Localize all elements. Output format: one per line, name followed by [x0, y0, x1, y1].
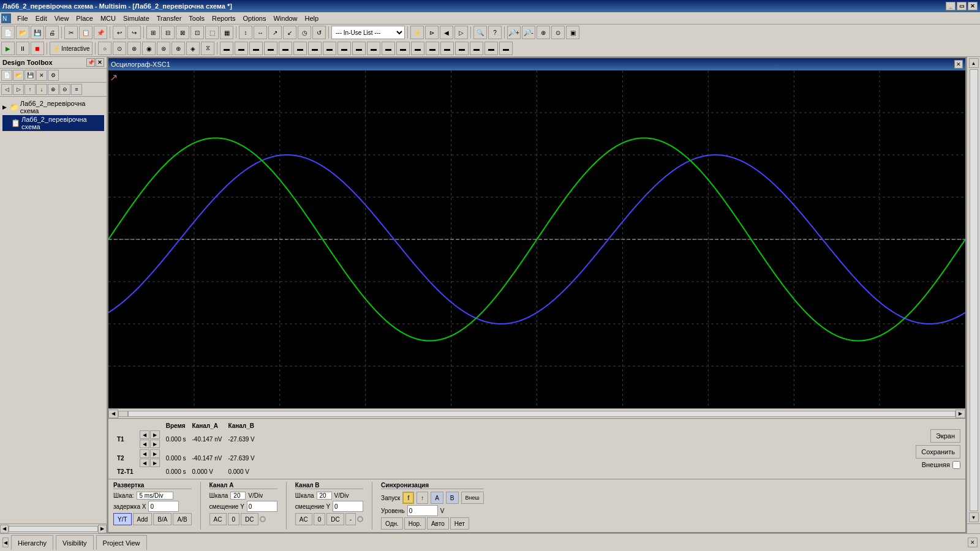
menu-tools[interactable]: Tools — [185, 14, 208, 23]
t2-right2-btn[interactable]: ▶ — [150, 459, 160, 467]
menu-reports[interactable]: Reports — [208, 14, 239, 23]
tb-inst19[interactable]: ▬ — [484, 42, 498, 55]
tb-inst5[interactable]: ▬ — [279, 42, 292, 55]
tb-inst20[interactable]: ▬ — [499, 42, 513, 55]
tb-b7[interactable]: ↕ — [239, 26, 252, 39]
tb-undo[interactable]: ↩ — [113, 26, 126, 39]
in-use-list-dropdown[interactable]: --- In-Use List --- — [331, 26, 405, 39]
panel-tb-save[interactable]: 💾 — [24, 70, 36, 81]
menu-file[interactable]: File — [13, 14, 32, 23]
tb-new[interactable]: 📄 — [1, 26, 15, 39]
panel-scroll-right[interactable]: ▶ — [98, 525, 107, 533]
menu-view[interactable]: View — [51, 14, 73, 23]
tb-inst12[interactable]: ▬ — [382, 42, 395, 55]
tb-sim7[interactable]: ◈ — [186, 42, 200, 55]
menu-mcu[interactable]: MCU — [97, 14, 119, 23]
add-button[interactable]: Add — [133, 513, 153, 525]
tb-interactive[interactable]: ⚡ Interactive — [50, 42, 92, 55]
tb-zoom-100[interactable]: ⊙ — [551, 26, 565, 39]
tb-sim4[interactable]: ◉ — [142, 42, 156, 55]
tb-sim1[interactable]: ○ — [98, 42, 111, 55]
menu-help[interactable]: Help — [301, 14, 323, 23]
tb-print[interactable]: 🖨 — [45, 26, 59, 39]
panel-tb-b2[interactable]: ▷ — [13, 84, 24, 95]
left-collapse-icon[interactable]: ◀ — [2, 538, 9, 547]
tree-sheet[interactable]: 📋 Лаб6_2_перевірочна схема — [2, 115, 104, 131]
tb-b15[interactable]: ▷ — [454, 26, 468, 39]
tb-inst18[interactable]: ▬ — [470, 42, 483, 55]
menu-place[interactable]: Place — [72, 14, 97, 23]
tb-open[interactable]: 📂 — [16, 26, 29, 39]
tb-pause[interactable]: ⏸ — [16, 42, 29, 55]
panel-tb-b6[interactable]: ⊖ — [59, 84, 70, 95]
dc-a-button[interactable]: DC — [241, 513, 258, 525]
tb-b3[interactable]: ⊠ — [176, 26, 189, 39]
razvyortka-zaderzhka-input[interactable] — [148, 501, 179, 512]
tb-inst17[interactable]: ▬ — [455, 42, 469, 55]
t1-right-btn[interactable]: ▶ — [150, 430, 160, 439]
tb-inst2[interactable]: ▬ — [235, 42, 248, 55]
panel-tb-b7[interactable]: ≡ — [71, 84, 82, 95]
tb-inst1[interactable]: ▬ — [220, 42, 233, 55]
t1-right2-btn[interactable]: ▶ — [150, 440, 160, 448]
minus-b-button[interactable]: - — [345, 513, 356, 525]
restore-button[interactable]: ▭ — [957, 2, 967, 10]
tb-save[interactable]: 💾 — [31, 26, 44, 39]
tb-b9[interactable]: ↗ — [268, 26, 282, 39]
ba-button[interactable]: B/A — [153, 513, 172, 525]
sync-a-button[interactable]: A — [431, 492, 443, 504]
tb-sim5[interactable]: ⊛ — [157, 42, 170, 55]
tab-project-view[interactable]: Project View — [96, 535, 147, 550]
tb-b2[interactable]: ⊟ — [161, 26, 175, 39]
ab-button[interactable]: A/B — [173, 513, 191, 525]
tb-inst13[interactable]: ▬ — [396, 42, 410, 55]
t1-left-btn[interactable]: ◀ — [140, 430, 149, 439]
net-button[interactable]: Нет — [450, 517, 469, 530]
osc-hscroll-track[interactable] — [128, 411, 956, 417]
dc-b-button[interactable]: DC — [326, 513, 344, 525]
tree-project[interactable]: ▶ 📁 Лаб6_2_перевірочна схема — [2, 99, 104, 115]
ac-a-button[interactable]: AC — [209, 513, 227, 525]
tb-inst11[interactable]: ▬ — [367, 42, 380, 55]
tb-b4[interactable]: ⊡ — [190, 26, 204, 39]
tb-cut[interactable]: ✂ — [64, 26, 78, 39]
zero-a-button[interactable]: 0 — [228, 513, 240, 525]
ekran-button[interactable]: Экран — [930, 429, 960, 443]
minimize-button[interactable]: _ — [946, 2, 956, 10]
sync-f-button[interactable]: f — [402, 492, 414, 504]
tab-hierarchy[interactable]: Hierarchy — [11, 535, 53, 550]
ac-b-button[interactable]: AC — [295, 513, 312, 525]
panel-tb-b4[interactable]: ↓ — [36, 84, 47, 95]
panel-hscroll-track[interactable] — [9, 526, 98, 532]
tb-help[interactable]: ? — [488, 26, 502, 39]
tb-b14[interactable]: ◀ — [440, 26, 453, 39]
sync-uroven-input[interactable] — [407, 505, 438, 516]
panel-close-button[interactable]: ✕ — [96, 58, 104, 67]
osc-scroll-right[interactable]: ▶ — [956, 410, 965, 418]
odn-button[interactable]: Одн. — [381, 517, 403, 530]
vnesh-checkbox[interactable] — [952, 461, 960, 469]
panel-tb-open[interactable]: 📂 — [13, 70, 24, 81]
t2-right-btn[interactable]: ▶ — [150, 449, 160, 458]
t2-left2-btn[interactable]: ◀ — [140, 459, 149, 467]
tb-paste[interactable]: 📌 — [94, 26, 107, 39]
tb-b5[interactable]: ⬚ — [205, 26, 219, 39]
panel-pin-button[interactable]: 📌 — [86, 58, 95, 67]
nor-button[interactable]: Нор. — [404, 517, 426, 530]
close-button[interactable]: ✕ — [968, 2, 978, 10]
right-scroll-up[interactable]: ▲ — [969, 58, 979, 68]
tb-inst6[interactable]: ▬ — [293, 42, 307, 55]
menu-edit[interactable]: Edit — [32, 14, 51, 23]
tb-b8[interactable]: ↔ — [254, 26, 267, 39]
tb-zoom-in[interactable]: 🔎+ — [507, 26, 521, 39]
tb-sim6[interactable]: ⊕ — [172, 42, 185, 55]
tb-zoom-fit[interactable]: ⊕ — [537, 26, 550, 39]
tb-component[interactable]: ⚡ — [410, 26, 424, 39]
tb-search[interactable]: 🔍 — [473, 26, 487, 39]
tb-inst7[interactable]: ▬ — [308, 42, 322, 55]
sync-arrow-button[interactable]: ↑ — [417, 492, 428, 504]
panel-tb-b1[interactable]: ◁ — [1, 84, 12, 95]
t1-left2-btn[interactable]: ◀ — [140, 440, 149, 448]
tb-inst9[interactable]: ▬ — [337, 42, 351, 55]
panel-tb-settings[interactable]: ⚙ — [48, 70, 59, 81]
